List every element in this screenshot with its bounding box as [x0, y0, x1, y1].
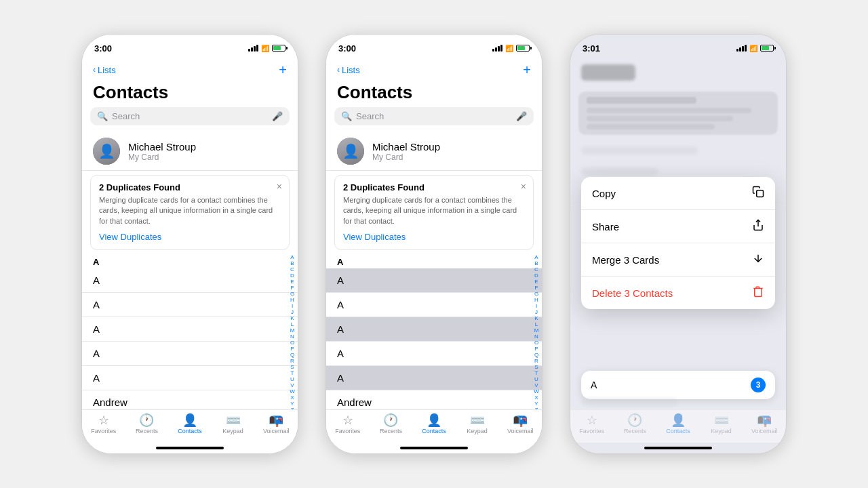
search-input-2[interactable]: Search [356, 111, 512, 121]
wifi-icon-3: 📶 [749, 45, 757, 52]
tab-favorites-1[interactable]: ☆ Favorites [82, 414, 125, 434]
mic-icon-2: 🎤 [516, 111, 527, 121]
tab-favorites-3: ☆ Favorites [570, 414, 614, 434]
context-menu-3: Copy Share [581, 177, 775, 309]
signal-icon-3 [736, 45, 747, 52]
alphabet-index-1: ABC DEF GHI JKL MNO PQR STU VWX YZ# [288, 254, 296, 409]
section-header-a-2: A [326, 254, 542, 268]
tab-favorites-label-2: Favorites [335, 428, 360, 434]
blurred-banner-3 [578, 92, 778, 135]
context-merge[interactable]: Merge 3 Cards [581, 243, 775, 277]
tab-favorites-2[interactable]: ☆ Favorites [326, 414, 370, 434]
status-bar-2: 3:00 📶 [326, 35, 542, 59]
avatar-1: 👤 [93, 138, 120, 165]
tab-voicemail-label-2: Voicemail [507, 428, 534, 434]
search-bar-1[interactable]: 🔍 Search 🎤 [90, 107, 290, 125]
recents-icon-2: 🕐 [383, 414, 398, 426]
list-item-andrew-1[interactable]: Andrew [82, 390, 298, 409]
tab-recents-3: 🕐 Recents [614, 414, 657, 434]
status-bar-1: 3:00 📶 [82, 35, 298, 59]
dup-close-1[interactable]: × [277, 181, 282, 192]
share-icon [752, 219, 764, 234]
tab-bar-2: ☆ Favorites 🕐 Recents 👤 Contacts ⌨️ Keyp… [326, 409, 542, 443]
tab-voicemail-2[interactable]: 📭 Voicemail [498, 414, 542, 434]
status-icons-3: 📶 [736, 45, 774, 52]
list-item[interactable]: A [82, 293, 298, 317]
keypad-icon-2: ⌨️ [470, 414, 485, 426]
list-item[interactable]: A [82, 268, 298, 293]
recents-icon-1: 🕐 [139, 414, 154, 426]
tab-recents-label-1: Recents [136, 428, 158, 434]
tab-voicemail-3: 📭 Voicemail [743, 414, 786, 434]
add-button-1[interactable]: + [279, 62, 287, 78]
context-copy[interactable]: Copy [581, 177, 775, 210]
home-indicator-2 [400, 447, 468, 449]
list-item[interactable]: A [326, 317, 542, 342]
context-delete[interactable]: Delete 3 Contacts [581, 277, 775, 309]
status-icons-1: 📶 [248, 45, 285, 52]
back-label-2: Lists [342, 65, 360, 75]
add-button-2[interactable]: + [523, 62, 531, 78]
favorites-icon-3: ☆ [587, 414, 597, 426]
battery-icon-1 [272, 45, 285, 52]
list-item[interactable]: A [326, 268, 542, 293]
list-item-andrew-2[interactable]: Andrew [326, 390, 542, 409]
svg-rect-0 [757, 190, 764, 197]
dup-title-2: 2 Duplicates Found [343, 182, 525, 192]
blurred-title-3 [570, 59, 786, 89]
context-share[interactable]: Share [581, 210, 775, 243]
trash-icon [752, 285, 764, 300]
tab-contacts-2[interactable]: 👤 Contacts [412, 414, 456, 434]
dup-banner-2: × 2 Duplicates Found Merging duplicate c… [334, 175, 534, 250]
phone-1: 3:00 📶 ‹ Lists + Co [81, 34, 298, 454]
mic-icon-1: 🎤 [272, 111, 283, 121]
context-copy-label: Copy [592, 188, 616, 199]
tab-keypad-label-1: Keypad [222, 428, 243, 434]
list-item[interactable]: A [82, 366, 298, 390]
status-bar-3: 3:01 📶 [570, 35, 786, 59]
contact-list-inner-2[interactable]: A A A A A A Andrew Apple Inc. B [326, 254, 542, 409]
signal-icon-1 [248, 45, 258, 52]
my-card-2[interactable]: 👤 Michael Stroup My Card [326, 132, 542, 171]
time-1: 3:00 [94, 43, 112, 54]
battery-icon-2 [516, 45, 530, 52]
section-header-a-1: A [82, 254, 298, 268]
my-card-name-2: Michael Stroup [372, 141, 440, 152]
time-3: 3:01 [583, 43, 600, 54]
tab-recents-2[interactable]: 🕐 Recents [370, 414, 413, 434]
voicemail-icon-2: 📭 [513, 414, 528, 426]
search-bubble-text-3: A [591, 380, 597, 390]
search-input-1[interactable]: Search [112, 111, 268, 121]
dup-desc-2: Merging duplicate cards for a contact co… [343, 195, 525, 226]
tab-recents-1[interactable]: 🕐 Recents [125, 414, 169, 434]
favorites-icon-2: ☆ [342, 414, 353, 426]
tab-voicemail-1[interactable]: 📭 Voicemail [254, 414, 298, 434]
phone-3: 3:01 📶 [570, 34, 787, 454]
tab-keypad-1[interactable]: ⌨️ Keypad [212, 414, 255, 434]
list-item[interactable]: A [82, 317, 298, 342]
dup-close-2[interactable]: × [521, 181, 526, 192]
tab-contacts-3: 👤 Contacts [656, 414, 700, 434]
back-label-1: Lists [98, 65, 116, 75]
tab-contacts-1[interactable]: 👤 Contacts [168, 414, 212, 434]
wifi-icon-1: 📶 [261, 45, 269, 52]
tab-keypad-2[interactable]: ⌨️ Keypad [456, 414, 499, 434]
contact-list-inner-1[interactable]: A A A A A A Andrew Apple Inc. B [82, 254, 298, 409]
back-button-2[interactable]: ‹ Lists [337, 65, 360, 75]
phone-2-screen: 3:00 📶 ‹ Lists + Contacts [326, 35, 542, 453]
list-item[interactable]: A [326, 366, 542, 390]
search-bar-2[interactable]: 🔍 Search 🎤 [334, 107, 534, 125]
list-item[interactable]: A [326, 342, 542, 366]
list-item[interactable]: A [82, 342, 298, 366]
dup-link-2[interactable]: View Duplicates [343, 232, 406, 242]
context-delete-label: Delete 3 Contacts [592, 287, 673, 299]
my-card-1[interactable]: 👤 Michael Stroup My Card [82, 132, 298, 171]
back-button-1[interactable]: ‹ Lists [93, 65, 116, 75]
recents-icon-3: 🕐 [627, 414, 642, 426]
search-icon-1: 🔍 [97, 111, 108, 121]
dup-link-1[interactable]: View Duplicates [99, 232, 161, 242]
search-badge-3: 3 [751, 378, 766, 392]
list-item[interactable]: A [326, 293, 542, 317]
tab-keypad-label-2: Keypad [467, 428, 488, 434]
nav-bar-1: ‹ Lists + [82, 59, 298, 81]
